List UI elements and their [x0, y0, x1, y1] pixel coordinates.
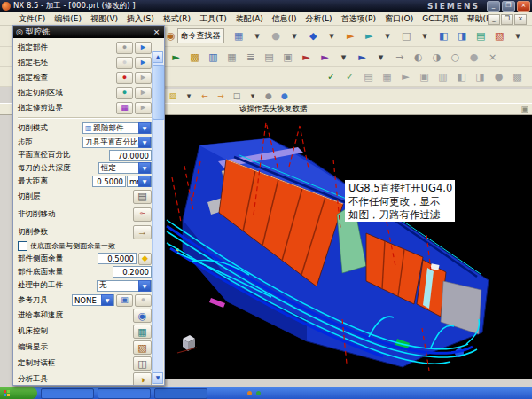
- scroll-down-icon[interactable]: ▼: [153, 372, 163, 384]
- chevron-down-icon[interactable]: ▼: [138, 122, 151, 134]
- non-cutting-moves-button[interactable]: ≈: [133, 207, 152, 222]
- toolbar-icon[interactable]: ►: [354, 49, 371, 66]
- geometry-display-button[interactable]: ●: [116, 57, 133, 69]
- tray-icon[interactable]: [256, 391, 261, 395]
- toolbar-icon[interactable]: ▾: [324, 27, 340, 44]
- chevron-down-icon[interactable]: ▼: [101, 294, 113, 306]
- mdi-minimize-button[interactable]: _: [488, 14, 500, 25]
- menu-item[interactable]: 文件(F): [14, 12, 50, 26]
- option-row-button[interactable]: ◫: [133, 356, 152, 371]
- toolbar-icon[interactable]: ►: [168, 49, 184, 66]
- cut-levels-button[interactable]: ▤: [133, 190, 152, 204]
- toolbar-icon[interactable]: ▧: [491, 27, 508, 44]
- geometry-select-button[interactable]: ►: [135, 42, 152, 54]
- view-toolbar-icon[interactable]: ●: [262, 88, 276, 105]
- dialog-title-bar[interactable]: ◎ 型腔铣 ×: [13, 26, 164, 38]
- view-toolbar-icon[interactable]: □: [230, 88, 244, 105]
- toolbar-icon[interactable]: ►: [342, 27, 359, 44]
- menu-item[interactable]: 编辑(E): [50, 12, 86, 26]
- geometry-select-button[interactable]: ►: [135, 72, 152, 84]
- ref-tool-dropdown[interactable]: NONE ▼: [72, 294, 114, 306]
- toolbar-icon[interactable]: ▾: [249, 27, 266, 44]
- toolbar-icon[interactable]: ►: [298, 49, 315, 66]
- menu-item[interactable]: 信息(I): [268, 12, 301, 26]
- toolbar-icon[interactable]: ▤: [473, 27, 489, 44]
- toolbar-icon[interactable]: ►: [317, 49, 333, 66]
- ref-tool-browse-button[interactable]: ●: [135, 294, 152, 307]
- toolbar-icon[interactable]: ●: [466, 49, 482, 66]
- clip-window-icon[interactable]: ▣: [520, 105, 528, 113]
- scroll-up-icon[interactable]: ▲: [153, 51, 163, 63]
- chevron-down-icon[interactable]: ▼: [138, 176, 151, 187]
- geometry-select-button[interactable]: ►: [135, 87, 152, 99]
- toolbar-icon[interactable]: ●: [268, 27, 285, 44]
- toolbar-icon[interactable]: ▣: [416, 68, 433, 85]
- toolbar-icon[interactable]: ×: [484, 49, 501, 66]
- scrollbar-thumb[interactable]: [153, 65, 164, 120]
- taskbar-app-button[interactable]: [98, 388, 151, 399]
- stepover-dropdown[interactable]: 刀具平直百分比 ▼: [82, 137, 152, 148]
- menu-item[interactable]: 窗口(O): [380, 12, 418, 26]
- view-toolbar-icon[interactable]: ←: [198, 88, 212, 105]
- cutting-parameters-button[interactable]: →: [133, 225, 152, 239]
- max-distance-unit-dropdown[interactable]: mm ▼: [127, 176, 152, 187]
- toolbar-icon[interactable]: ►: [361, 27, 378, 44]
- minimize-button[interactable]: _: [487, 1, 500, 12]
- view-toolbar-icon[interactable]: →: [214, 88, 228, 105]
- depth-mode-dropdown[interactable]: 恒定 ▼: [98, 162, 152, 174]
- toolbar-icon[interactable]: ◨: [472, 68, 489, 85]
- side-stock-input[interactable]: 0.5000: [98, 253, 137, 264]
- toolbar-icon[interactable]: ○: [447, 49, 464, 66]
- toolbar-icon[interactable]: ◐: [410, 49, 426, 66]
- chevron-down-icon[interactable]: ▼: [138, 137, 151, 148]
- dialog-close-icon[interactable]: ×: [152, 27, 161, 36]
- toolbar-icon[interactable]: ✓: [341, 68, 358, 85]
- option-row-button[interactable]: ◑: [133, 372, 152, 385]
- menu-item[interactable]: 插入(S): [122, 12, 159, 26]
- geometry-display-button[interactable]: ●: [116, 87, 133, 99]
- toolbar-icon[interactable]: ▩: [186, 49, 203, 66]
- start-button[interactable]: [0, 387, 37, 399]
- mdi-close-button[interactable]: ×: [514, 14, 527, 25]
- toolbar-icon[interactable]: ▦: [379, 68, 395, 85]
- option-row-button[interactable]: ▦: [133, 325, 152, 339]
- menu-item[interactable]: 首选项(P): [337, 12, 380, 26]
- view-toolbar-icon[interactable]: ▨: [166, 88, 180, 105]
- ref-tool-edit-button[interactable]: ▣: [116, 294, 133, 307]
- taskbar-app-button[interactable]: [154, 388, 207, 399]
- toolbar-icon[interactable]: ▾: [417, 27, 434, 44]
- command-finder[interactable]: ◉ 命令查找器: [167, 28, 224, 43]
- geometry-select-button[interactable]: ►: [135, 102, 152, 114]
- restore-button[interactable]: ❐: [502, 1, 515, 12]
- option-row-button[interactable]: ◉: [133, 309, 152, 323]
- menu-item[interactable]: 格式(R): [159, 12, 195, 26]
- ipw-dropdown[interactable]: 无 ▼: [97, 280, 152, 292]
- view-toolbar-icon[interactable]: ▾: [182, 88, 196, 105]
- menu-item[interactable]: 工具(T): [195, 12, 231, 26]
- toolbar-icon[interactable]: ◆: [528, 27, 532, 44]
- toolbar-icon[interactable]: □: [398, 27, 415, 44]
- toolbar-icon[interactable]: ▩: [509, 68, 526, 85]
- view-toolbar-icon[interactable]: ●: [278, 88, 292, 105]
- toolbar-icon[interactable]: ◑: [428, 49, 445, 66]
- stock-link-checkbox[interactable]: [18, 241, 27, 251]
- toolbar-icon[interactable]: ▣: [279, 49, 296, 66]
- scrollbar-track[interactable]: [153, 63, 163, 372]
- graphics-viewport[interactable]: UG8.5直接打开UG4.0 不作任何更改，显示 如图，刀路有作过滤: [165, 115, 532, 379]
- toolbar-icon[interactable]: ▤: [360, 68, 377, 85]
- toolbar-icon[interactable]: ◆: [305, 27, 322, 44]
- option-row-button[interactable]: ▧: [133, 340, 152, 355]
- cut-mode-dropdown[interactable]: ▥ 跟随部件 ▼: [82, 122, 152, 134]
- toolbar-icon[interactable]: ◧: [435, 27, 452, 44]
- toolbar-icon[interactable]: ✓: [323, 68, 340, 85]
- menu-item[interactable]: 视图(V): [86, 12, 122, 26]
- toolbar-icon[interactable]: ▦: [231, 27, 247, 44]
- chevron-down-icon[interactable]: ▼: [138, 280, 151, 292]
- toolbar-icon[interactable]: ≣: [242, 49, 259, 66]
- toolbar-icon[interactable]: →: [391, 49, 408, 66]
- toolbar-icon[interactable]: ▾: [379, 27, 396, 44]
- view-toolbar-icon[interactable]: ▾: [246, 88, 260, 105]
- toolbar-icon[interactable]: ▾: [372, 49, 389, 66]
- toolbar-icon[interactable]: ●: [490, 68, 507, 85]
- toolbar-icon[interactable]: ▤: [261, 49, 278, 66]
